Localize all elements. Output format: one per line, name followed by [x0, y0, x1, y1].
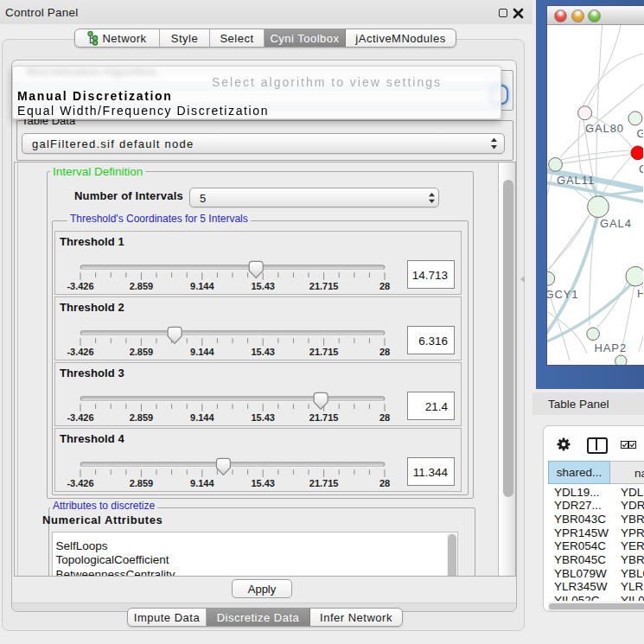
svg-text:21.715: 21.715: [309, 281, 339, 291]
svg-text:21.715: 21.715: [309, 412, 339, 423]
svg-text:-3.426: -3.426: [67, 478, 93, 488]
svg-text:2.859: 2.859: [130, 281, 154, 291]
svg-text:15.43: 15.43: [251, 281, 275, 291]
svg-text:GAL4: GAL4: [600, 217, 632, 230]
svg-text:28: 28: [379, 347, 390, 357]
svg-text:9.144: 9.144: [190, 347, 214, 357]
svg-text:2.859: 2.859: [130, 412, 154, 423]
svg-text:9.144: 9.144: [190, 412, 214, 423]
svg-text:28: 28: [379, 412, 390, 423]
svg-text:15.43: 15.43: [251, 412, 275, 423]
svg-text:9.144: 9.144: [190, 281, 214, 291]
svg-text:H: H: [637, 287, 643, 300]
svg-text:HAP2: HAP2: [595, 341, 628, 354]
svg-text:GAL11: GAL11: [557, 174, 595, 187]
svg-text:2.859: 2.859: [130, 347, 154, 357]
svg-text:15.43: 15.43: [251, 347, 275, 357]
svg-text:9.144: 9.144: [190, 478, 214, 488]
svg-text:GCY1: GCY1: [547, 288, 579, 301]
svg-text:-3.426: -3.426: [67, 281, 93, 291]
svg-text:15.43: 15.43: [251, 478, 275, 488]
svg-text:C: C: [639, 163, 643, 175]
svg-text:2.859: 2.859: [130, 478, 154, 488]
svg-text:GAL80: GAL80: [585, 122, 624, 135]
svg-text:GA: GA: [637, 127, 644, 140]
svg-text:21.715: 21.715: [309, 347, 339, 357]
svg-text:-3.426: -3.426: [67, 412, 93, 423]
svg-text:28: 28: [379, 281, 390, 291]
svg-text:21.715: 21.715: [309, 478, 339, 488]
svg-text:28: 28: [379, 478, 390, 488]
svg-text:-3.426: -3.426: [67, 347, 93, 357]
